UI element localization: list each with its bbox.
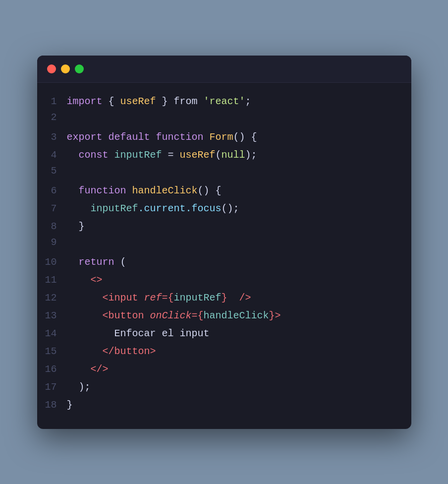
editor-window: 1 import { useRef } from 'react'; 2 3 ex… (37, 56, 411, 429)
line-num-18: 18 (37, 399, 67, 411)
line-num-2: 2 (37, 112, 67, 123)
code-line-8: 8 } (37, 218, 411, 236)
line-num-13: 13 (37, 310, 67, 321)
code-line-2: 2 (37, 111, 411, 128)
code-line-13: 13 <button onClick={handleClick}> (37, 307, 411, 325)
code-line-4: 4 const inputRef = useRef(null); (37, 146, 411, 164)
code-line-18: 18 } (37, 396, 411, 414)
line-num-15: 15 (37, 346, 67, 357)
code-line-1: 1 import { useRef } from 'react'; (37, 93, 411, 111)
code-line-17: 17 ); (37, 378, 411, 396)
line-num-4: 4 (37, 149, 67, 161)
code-area: 1 import { useRef } from 'react'; 2 3 ex… (37, 83, 411, 429)
code-line-5: 5 (37, 164, 411, 182)
minimize-button[interactable] (61, 64, 70, 73)
line-content-10: return ( (67, 254, 126, 270)
code-line-7: 7 inputRef.current.focus(); (37, 200, 411, 218)
code-line-6: 6 function handleClick() { (37, 182, 411, 200)
line-content-17: ); (67, 379, 91, 395)
line-content-1: import { useRef } from 'react'; (67, 94, 251, 110)
line-content-12: <input ref={inputRef} /> (67, 290, 251, 306)
line-content-3: export default function Form() { (67, 129, 257, 145)
title-bar (37, 56, 411, 83)
code-line-3: 3 export default function Form() { (37, 128, 411, 146)
line-num-1: 1 (37, 96, 67, 107)
code-line-10: 10 return ( (37, 253, 411, 271)
line-num-16: 16 (37, 363, 67, 375)
line-num-7: 7 (37, 203, 67, 214)
code-line-16: 16 </> (37, 361, 411, 378)
line-num-9: 9 (37, 237, 67, 248)
code-line-9: 9 (37, 236, 411, 253)
line-num-17: 17 (37, 381, 67, 393)
line-content-18: } (67, 397, 73, 413)
line-num-5: 5 (37, 165, 67, 177)
line-num-14: 14 (37, 328, 67, 339)
line-num-12: 12 (37, 292, 67, 303)
line-content-4: const inputRef = useRef(null); (67, 147, 257, 163)
line-content-16: </> (67, 362, 109, 377)
line-content-13: <button onClick={handleClick}> (67, 308, 281, 324)
code-line-11: 11 <> (37, 271, 411, 289)
line-content-6: function handleClick() { (67, 183, 222, 199)
line-content-8: } (67, 219, 85, 235)
line-content-11: <> (67, 272, 103, 288)
line-content-14: Enfocar el input (67, 326, 210, 342)
line-content-7: inputRef.current.focus(); (67, 201, 239, 217)
line-num-8: 8 (37, 221, 67, 232)
code-line-15: 15 </button> (37, 343, 411, 361)
code-line-14: 14 Enfocar el input (37, 325, 411, 343)
code-line-12: 12 <input ref={inputRef} /> (37, 289, 411, 307)
line-num-11: 11 (37, 274, 67, 286)
close-button[interactable] (47, 64, 56, 73)
line-num-6: 6 (37, 185, 67, 196)
line-num-10: 10 (37, 256, 67, 268)
line-num-3: 3 (37, 131, 67, 143)
line-content-15: </button> (67, 344, 156, 360)
maximize-button[interactable] (75, 64, 84, 73)
